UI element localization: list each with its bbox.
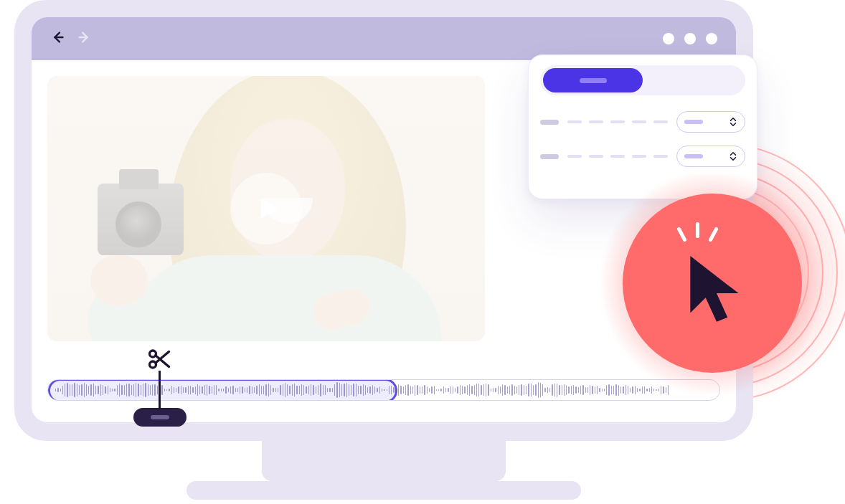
row-dashes: [567, 155, 668, 158]
monitor-base: [187, 481, 581, 500]
panel-tabs: [540, 65, 745, 95]
video-preview[interactable]: [47, 76, 485, 341]
stepper-arrows-icon: [729, 117, 737, 127]
nav-forward-button[interactable]: [76, 29, 92, 48]
properties-panel: [528, 54, 757, 199]
window-dot[interactable]: [663, 33, 674, 44]
monitor-frame: [14, 0, 753, 481]
stepper-arrows-icon: [729, 151, 737, 161]
arrow-right-icon: [76, 29, 92, 45]
select-value-placeholder: [684, 154, 703, 158]
row-select[interactable]: [676, 146, 745, 167]
timeline: [47, 379, 720, 401]
timeline-track[interactable]: [47, 379, 720, 401]
browser-chrome-bar: [32, 17, 736, 60]
panel-row: [540, 146, 745, 167]
panel-row: [540, 111, 745, 133]
play-button[interactable]: [230, 173, 302, 244]
window-dot[interactable]: [684, 33, 696, 44]
row-label-placeholder: [540, 120, 559, 125]
tab-label-placeholder: [580, 78, 607, 83]
playhead-handle[interactable]: [133, 408, 187, 427]
window-controls: [663, 33, 717, 44]
nav-back-button[interactable]: [50, 29, 66, 48]
row-select[interactable]: [676, 111, 745, 133]
monitor-stand: [262, 441, 506, 481]
monitor-screen: [14, 0, 753, 441]
split-indicator-line: [159, 371, 161, 409]
browser-body: [32, 60, 736, 422]
row-label-placeholder: [540, 154, 559, 159]
row-dashes: [567, 120, 668, 123]
panel-tab-active[interactable]: [543, 68, 643, 92]
arrow-left-icon: [50, 29, 66, 45]
waveform: [48, 380, 719, 400]
play-icon: [253, 194, 283, 224]
scissors-icon: [146, 346, 172, 372]
panel-tab[interactable]: [643, 68, 742, 92]
select-value-placeholder: [684, 120, 703, 124]
window-dot[interactable]: [706, 33, 717, 44]
